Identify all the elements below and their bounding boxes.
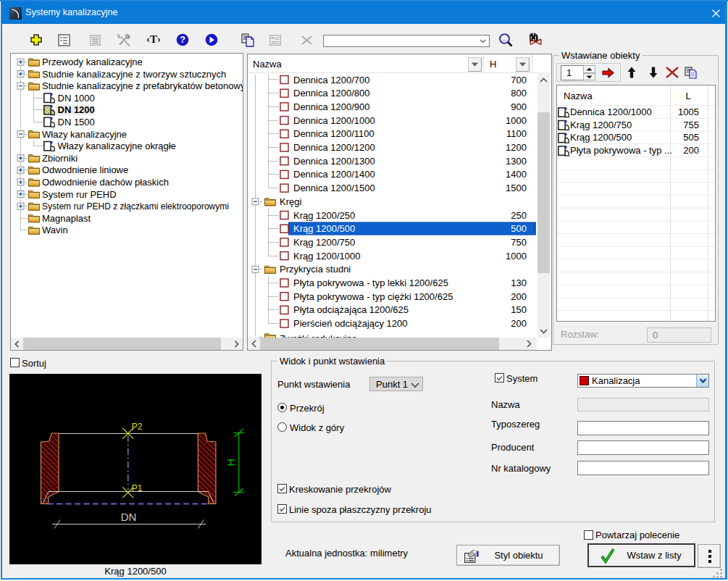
svg-text:800: 800 [511,88,527,99]
svg-text:1100: 1100 [506,128,527,139]
svg-text:DN 1500: DN 1500 [58,117,95,128]
svg-text:Krąg 1200/500: Krąg 1200/500 [293,223,355,234]
svg-text:1300: 1300 [506,156,527,167]
svg-text:900: 900 [511,101,527,112]
svg-text:Krąg 1200/750: Krąg 1200/750 [570,120,632,130]
svg-text:1400: 1400 [506,169,527,180]
svg-text:L: L [685,91,690,101]
svg-text:Przykrycia studni: Przykrycia studni [280,264,351,275]
svg-text:System rur PEHD: System rur PEHD [42,189,117,200]
svg-text:Nazwa: Nazwa [564,91,593,101]
svg-text:Włazy kanalizacyjne okrągłe: Włazy kanalizacyjne okrągłe [58,141,176,151]
svg-text:Dennica 1200/1400: Dennica 1200/1400 [293,169,375,180]
svg-text:1500: 1500 [506,183,527,193]
svg-text:Studnie kanalizacyjne z tworzy: Studnie kanalizacyjne z tworzyw sztuczny… [42,69,226,80]
svg-text:200: 200 [511,291,527,302]
svg-text:Dennica 1200/800: Dennica 1200/800 [293,88,370,99]
svg-text:Wavin: Wavin [42,225,68,235]
svg-text:Dennica 1200/700: Dennica 1200/700 [293,75,370,85]
svg-text:130: 130 [511,277,527,288]
svg-text:1000: 1000 [506,251,527,262]
svg-text:750: 750 [511,237,527,248]
svg-text:150: 150 [511,304,527,315]
svg-text:500: 500 [511,223,527,234]
svg-text:Odwodnienie liniowe: Odwodnienie liniowe [42,164,128,175]
svg-text:Dennica 1200/900: Dennica 1200/900 [293,101,370,112]
svg-text:System rur PEHD z złączkami el: System rur PEHD z złączkami elektrooporo… [42,201,229,212]
svg-text:Krąg 1200/750: Krąg 1200/750 [293,237,355,248]
svg-text:Kręgi: Kręgi [280,196,301,207]
svg-text:Dennica 1200/1500: Dennica 1200/1500 [293,183,375,193]
svg-text:1000: 1000 [506,115,527,126]
svg-text:Płyta pokrywowa - typ ciężki 1: Płyta pokrywowa - typ ciężki 1200/625 [293,291,453,302]
svg-text:Płyta odciążająca 1200/625: Płyta odciążająca 1200/625 [293,304,409,315]
svg-text:Dennica 1200/1000: Dennica 1200/1000 [570,106,652,117]
svg-text:Krąg 1200/1000: Krąg 1200/1000 [293,251,361,262]
svg-text:DN 1000: DN 1000 [58,93,95,104]
svg-text:Dennica 1200/1300: Dennica 1200/1300 [293,156,375,167]
svg-text:P2: P2 [132,422,143,432]
svg-text:Pierścień odciążający 1200: Pierścień odciążający 1200 [293,318,408,329]
svg-text:Przewody kanalizacyjne: Przewody kanalizacyjne [42,57,143,67]
svg-text:Płyta pokrywowa - typ lekki 12: Płyta pokrywowa - typ lekki 1200/625 [293,277,448,288]
svg-text:700: 700 [511,75,527,85]
svg-text:Krąg 1200/250: Krąg 1200/250 [293,210,355,221]
svg-text:Magnaplast: Magnaplast [42,213,91,224]
svg-text:DN 1200: DN 1200 [58,104,95,115]
svg-text:Odwodnienie dachów płaskich: Odwodnienie dachów płaskich [42,177,169,188]
svg-text:200: 200 [511,318,527,329]
svg-text:Włazy kanalizacyjne: Włazy kanalizacyjne [42,129,127,140]
svg-text:Płyta pokrywowa - typ ...: Płyta pokrywowa - typ ... [570,145,672,156]
svg-text:Dennica 1200/1000: Dennica 1200/1000 [293,115,375,126]
svg-text:P1: P1 [132,483,143,493]
svg-text:Dennica 1200/1200: Dennica 1200/1200 [293,142,375,153]
svg-text:Nazwa: Nazwa [253,59,283,70]
svg-text:755: 755 [683,120,699,130]
svg-text:Studnie kanalizacyjne z prefab: Studnie kanalizacyjne z prefabrykatów be… [42,80,243,91]
svg-text:1200: 1200 [506,142,527,153]
svg-text:505: 505 [683,132,699,143]
svg-text:Dennica 1200/1100: Dennica 1200/1100 [293,128,375,139]
svg-text:Zbiorniki: Zbiorniki [42,153,78,164]
svg-text:H: H [225,459,237,466]
svg-text:Krąg 1200/500: Krąg 1200/500 [570,132,632,143]
svg-text:DN: DN [121,511,137,523]
svg-text:?: ? [180,35,185,45]
svg-text:H: H [490,59,496,70]
svg-text:200: 200 [683,145,699,156]
svg-text:1005: 1005 [678,106,699,117]
svg-text:250: 250 [511,210,527,221]
